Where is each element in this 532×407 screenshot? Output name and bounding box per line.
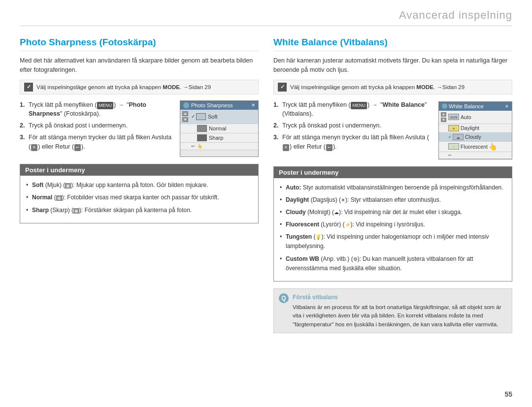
mockup-row-sharp: Sharp xyxy=(180,133,258,143)
wb-mockup-header-content: White Balance xyxy=(442,103,484,109)
daylight-label: Daylight xyxy=(461,125,479,131)
tip-text: Vitbalans är en process för att ta bort … xyxy=(293,303,507,329)
left-section-title: Photo Sharpness (Fotoskärpa) xyxy=(20,37,259,51)
right-column: White Balance (Vitbalans) Den här kamera… xyxy=(273,37,512,333)
left-step-1: Tryck lätt på menyfliken (MENU) → "Photo… xyxy=(20,100,174,119)
fluorescent-icon: ⚡ xyxy=(448,143,459,150)
return-arrow: ↩ xyxy=(191,144,195,149)
left-mode-note: ✓ Välj inspelningsläge genom att trycka … xyxy=(20,80,259,94)
wb-mockup-title: White Balance xyxy=(449,103,484,109)
right-poster-item-2: Daylight (Dagsljus) (☀): Styr vitbalanse… xyxy=(280,195,506,205)
right-steps-col: Tryck lätt på menyfliken (MENU) → "White… xyxy=(273,100,433,159)
right-mode-note: ✓ Välj inspelningsläge genom att trycka … xyxy=(273,80,512,94)
right-mode-note-text: Välj inspelningsläge genom att trycka på… xyxy=(290,84,465,90)
right-mode-note-icon: ✓ xyxy=(278,83,287,92)
soft-icon xyxy=(196,113,206,120)
tip-title: Förstå vitbalans xyxy=(293,293,507,302)
wb-return: ↩ xyxy=(448,153,452,157)
wb-row-auto: ▲ ▼ AWB Auto xyxy=(439,111,512,124)
right-section-title: White Balance (Vitbalans) xyxy=(273,37,512,51)
mockup-header: Photo Sharpness ✕ xyxy=(180,101,258,110)
right-poster-box: Poster i undermeny Auto: Styr automatisk… xyxy=(273,166,512,282)
left-column: Photo Sharpness (Fotoskärpa) Med det här… xyxy=(20,37,259,333)
right-step-3: För att stänga menyn trycker du lätt på … xyxy=(273,133,433,152)
right-steps-list: Tryck lätt på menyfliken (MENU) → "White… xyxy=(273,100,433,152)
left-poster-item-2: Normal (▦): Fotobilder visas med skarpa … xyxy=(26,193,252,202)
right-poster-item-4: Fluorescent (Lysrör) (⚡): Vid inspelning… xyxy=(280,220,506,229)
mockup-row-soft: ▲ ▼ ✓ Soft xyxy=(180,110,258,124)
auto-label: Auto xyxy=(461,114,471,120)
mode-note-icon: ✓ xyxy=(24,83,33,92)
normal-label: Normal xyxy=(209,125,226,131)
mockup-title: Photo Sharpness xyxy=(191,102,233,108)
wb-mockup: White Balance ✕ ▲ ▼ AWB Auto xyxy=(438,101,512,159)
page-number: 55 xyxy=(504,390,512,398)
soft-label: Soft xyxy=(208,114,218,120)
wb-close-icon: ✕ xyxy=(505,104,509,109)
right-steps-area: Tryck lätt på menyfliken (MENU) → "White… xyxy=(273,100,512,159)
right-poster-item-5: Tungsten (💡): Vid inspelning under halog… xyxy=(280,232,506,251)
tip-icon: Q xyxy=(279,293,289,303)
main-content: Photo Sharpness (Fotoskärpa) Med det här… xyxy=(20,37,512,333)
left-mode-note-text: Välj inspelningsläge genom att trycka på… xyxy=(36,84,211,90)
left-poster-box: Poster i undermeny Soft (Mjuk) (▦): Mjuk… xyxy=(20,164,259,223)
left-steps-list: Tryck lätt på menyfliken (MENU) → "Photo… xyxy=(20,100,174,152)
cloudy-icon: ☁ xyxy=(453,134,464,140)
tip-content: Förstå vitbalans Vitbalans är en process… xyxy=(293,293,507,329)
left-steps-col: Tryck lätt på menyfliken (MENU) → "Photo… xyxy=(20,100,174,157)
left-poster-list: Soft (Mjuk) (▦): Mjukar upp kanterna på … xyxy=(26,181,252,215)
cloudy-check: ✓ xyxy=(448,135,452,139)
left-poster-title: Poster i undermeny xyxy=(20,164,258,176)
left-section-intro: Med det här alternativet kan användaren … xyxy=(20,56,259,75)
mockup-row-return: ↩ 👆 xyxy=(180,143,258,150)
left-poster-item-3: Sharp (Skarp) (▦): Förstärker skärpan på… xyxy=(26,206,252,215)
right-step-1: Tryck lätt på menyfliken (MENU) → "White… xyxy=(273,100,433,119)
left-poster-content: Soft (Mjuk) (▦): Mjukar upp kanterna på … xyxy=(20,176,258,223)
wb-nav-dn: ▼ xyxy=(441,118,446,122)
nav-down-btn: ▼ xyxy=(182,117,188,122)
right-section-intro: Den här kameran justerar automatiskt mot… xyxy=(273,56,512,75)
nav-up-btn: ▲ xyxy=(182,111,188,116)
left-poster-item-1: Soft (Mjuk) (▦): Mjukar upp kanterna på … xyxy=(26,181,252,190)
wb-row-cloudy: ✓ ☁ Cloudy xyxy=(439,133,512,142)
cloudy-label: Cloudy xyxy=(465,134,481,140)
hand-cursor-wb: 👆 xyxy=(489,143,497,151)
wb-nav: ▲ ▼ xyxy=(441,112,447,123)
right-poster-title: Poster i undermeny xyxy=(274,167,512,178)
right-poster-item-3: Cloudy (Molnigt) (☁): Vid inspelning när… xyxy=(280,208,506,217)
nav-up-down: ▲ ▼ xyxy=(182,111,189,123)
right-step-2: Tryck på önskad post i undermenyn. xyxy=(273,121,433,130)
wb-row-return: ↩ xyxy=(439,152,512,159)
right-poster-content: Auto: Styr automatiskt vitbalansinställn… xyxy=(274,178,512,282)
daylight-icon: ☀ xyxy=(448,125,459,131)
right-poster-item-1: Auto: Styr automatiskt vitbalansinställn… xyxy=(280,183,506,192)
left-steps-area: Tryck lätt på menyfliken (MENU) → "Photo… xyxy=(20,100,259,157)
checkmark-soft: ✓ xyxy=(191,114,195,119)
sharp-label: Sharp xyxy=(209,135,223,141)
auto-icon: AWB xyxy=(448,114,459,120)
left-step-3: För att stänga menyn trycker du lätt på … xyxy=(20,133,174,152)
wb-mockup-header: White Balance ✕ xyxy=(439,102,512,111)
wb-row-fluorescent: ⚡ Fluorescent 👆 xyxy=(439,142,512,152)
right-poster-list: Auto: Styr automatiskt vitbalansinställn… xyxy=(280,183,506,274)
page-container: Avancerad inspelning Photo Sharpness (Fo… xyxy=(0,0,532,407)
right-poster-item-6: Custom WB (Anp. vitb.) (⚙): Du kan manue… xyxy=(280,254,506,273)
normal-icon xyxy=(197,125,207,132)
mockup-close-icon: ✕ xyxy=(251,102,255,108)
mockup-row-normal: Normal xyxy=(180,124,258,133)
left-step-2: Tryck på önskad post i undermenyn. xyxy=(20,121,174,130)
sharp-icon xyxy=(197,134,207,141)
fluorescent-label: Fluorescent xyxy=(461,144,488,150)
tip-box: Q Förstå vitbalans Vitbalans är en proce… xyxy=(273,288,512,333)
photo-sharpness-mockup: Photo Sharpness ✕ ▲ ▼ ✓ Soft xyxy=(180,100,259,157)
wb-nav-up: ▲ xyxy=(441,112,446,117)
wb-row-daylight: ☀ Daylight xyxy=(439,124,512,133)
header: Avancerad inspelning xyxy=(20,0,512,26)
mockup-header-icon: Photo Sharpness xyxy=(183,102,233,108)
hand-indicator: 👆 xyxy=(197,144,202,149)
header-title: Avancerad inspelning xyxy=(399,9,512,22)
